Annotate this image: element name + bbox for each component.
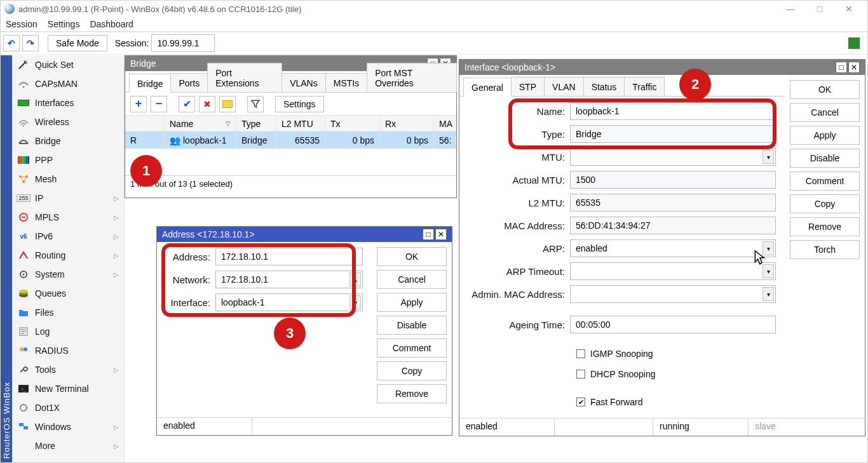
enable-button[interactable]: ✔: [179, 96, 195, 112]
tab-stp[interactable]: STP: [511, 77, 545, 96]
sidebar-item-queues[interactable]: Queues: [12, 284, 124, 303]
window-close-button[interactable]: ✕: [834, 1, 864, 17]
remove-button[interactable]: −: [151, 96, 167, 112]
comment-button[interactable]: [219, 96, 236, 112]
network-input[interactable]: 172.18.10.1▲: [215, 271, 363, 288]
col-type[interactable]: Type: [236, 116, 276, 131]
arp-select[interactable]: enabled▾: [570, 239, 776, 257]
sidebar-item-interfaces[interactable]: Interfaces: [12, 93, 124, 112]
col-name[interactable]: Name▽: [165, 116, 236, 131]
address-label: Address:: [166, 252, 210, 262]
mtu-input[interactable]: ▾: [570, 148, 776, 166]
sidebar-item-ipv6[interactable]: v6IPv6▷: [12, 227, 124, 246]
interface-close-button[interactable]: ✕: [848, 62, 860, 73]
tab-port-mst-overrides[interactable]: Port MST Overrides: [367, 63, 457, 92]
sidebar-item-log[interactable]: Log: [12, 322, 124, 341]
col-mac[interactable]: MA: [434, 116, 456, 131]
sidebar-item-label: Dot1X: [35, 403, 60, 413]
name-input[interactable]: loopback-1: [570, 102, 776, 120]
add-button[interactable]: +: [130, 96, 147, 112]
copy-button[interactable]: Copy: [377, 361, 447, 380]
network-up-icon[interactable]: ▲: [349, 272, 361, 286]
interface-label: Interface:: [166, 297, 210, 308]
ok-button[interactable]: OK: [377, 247, 447, 266]
apply-button[interactable]: Apply: [377, 293, 447, 312]
sidebar-item-system[interactable]: System▷: [12, 265, 124, 284]
sidebar-item-radius[interactable]: RADIUS: [12, 341, 124, 360]
sidebar-item-mesh[interactable]: Mesh: [12, 170, 124, 189]
settings-button[interactable]: Settings: [275, 96, 324, 112]
admin-mac-input[interactable]: ▾: [570, 285, 776, 303]
files-icon: [17, 307, 30, 318]
dropdown-icon[interactable]: ▾: [349, 295, 361, 309]
sidebar-item-files[interactable]: Files: [12, 303, 124, 322]
tab-port-extensions[interactable]: Port Extensions: [207, 63, 282, 92]
tab-status[interactable]: Status: [583, 77, 625, 96]
dropdown-icon[interactable]: ▾: [763, 264, 774, 278]
ageing-input[interactable]: 00:05:00: [570, 316, 776, 333]
cancel-button[interactable]: Cancel: [377, 270, 447, 289]
sidebar-item-more[interactable]: More▷: [12, 436, 124, 455]
svg-point-14: [24, 347, 27, 351]
dropdown-icon[interactable]: ▾: [763, 150, 774, 164]
disable-button[interactable]: Disable: [377, 316, 447, 335]
fast-forward-checkbox[interactable]: ✔: [576, 398, 585, 406]
filter-button[interactable]: [247, 96, 264, 112]
sidebar-item-quick-set[interactable]: Quick Set: [12, 55, 124, 74]
tab-ports[interactable]: Ports: [170, 73, 208, 92]
interface-maximize-button[interactable]: □: [836, 62, 847, 73]
address-input[interactable]: 172.18.10.1: [215, 248, 363, 265]
sidebar-item-capsman[interactable]: CAPsMAN: [12, 74, 124, 93]
table-row[interactable]: R 👥loopback-1 Bridge 65535 0 bps 0 bps 5…: [125, 132, 456, 149]
remove-button[interactable]: Remove: [790, 217, 860, 236]
address-close-button[interactable]: ✕: [435, 229, 447, 240]
undo-button[interactable]: ↶: [3, 35, 20, 51]
menu-dashboard[interactable]: Dashboard: [90, 19, 133, 29]
sidebar-item-windows[interactable]: Windows▷: [12, 417, 124, 436]
apply-button[interactable]: Apply: [790, 126, 860, 145]
address-window-title-bar[interactable]: Address <172.18.10.1> □✕: [157, 227, 452, 242]
tab-vlan[interactable]: VLAN: [544, 77, 584, 96]
safe-mode-button[interactable]: Safe Mode: [48, 35, 107, 51]
col-l2mtu[interactable]: L2 MTU: [276, 116, 325, 131]
sidebar-item-dot1x[interactable]: Dot1X: [12, 398, 124, 417]
ok-button[interactable]: OK: [790, 80, 860, 99]
sidebar-item-tools[interactable]: Tools▷: [12, 360, 124, 379]
interface-select[interactable]: loopback-1▾: [215, 293, 363, 311]
comment-button[interactable]: Comment: [377, 339, 447, 358]
dhcp-checkbox[interactable]: [576, 370, 585, 379]
col-flag[interactable]: [125, 116, 165, 131]
arp-timeout-input[interactable]: ▾: [570, 262, 776, 280]
sidebar-item-routing[interactable]: Routing▷: [12, 246, 124, 265]
remove-button[interactable]: Remove: [377, 384, 447, 403]
disable-button[interactable]: Disable: [790, 149, 860, 168]
torch-button[interactable]: Torch: [790, 240, 860, 259]
tab-bridge[interactable]: Bridge: [129, 74, 171, 93]
sidebar-item-ip[interactable]: 255IP▷: [12, 189, 124, 208]
igmp-checkbox[interactable]: [576, 349, 585, 358]
window-minimize-button[interactable]: —: [776, 1, 805, 17]
cancel-button[interactable]: Cancel: [790, 103, 860, 122]
menu-settings[interactable]: Settings: [48, 19, 80, 29]
sidebar-item-new-terminal[interactable]: >_New Terminal: [12, 379, 124, 398]
tab-mstis[interactable]: MSTIs: [325, 73, 367, 92]
dropdown-icon[interactable]: ▾: [763, 287, 774, 301]
col-rx[interactable]: Rx: [380, 116, 434, 131]
tab-vlans[interactable]: VLANs: [281, 73, 326, 92]
sidebar-item-bridge[interactable]: Bridge: [12, 131, 124, 151]
interface-window-title-bar[interactable]: Interface <loopback-1> □✕: [459, 60, 865, 75]
sidebar-item-wireless[interactable]: Wireless: [12, 112, 124, 131]
menu-session[interactable]: Session: [6, 19, 37, 29]
disable-button[interactable]: ✖: [199, 96, 215, 112]
window-maximize-button[interactable]: □: [805, 1, 834, 17]
copy-button[interactable]: Copy: [790, 194, 860, 213]
comment-button[interactable]: Comment: [790, 171, 860, 191]
col-tx[interactable]: Tx: [325, 116, 380, 131]
status-slave: slave: [749, 419, 844, 436]
sidebar-item-mpls[interactable]: MPLS▷: [12, 208, 124, 227]
tab-traffic[interactable]: Traffic: [624, 77, 665, 96]
address-maximize-button[interactable]: □: [423, 229, 434, 240]
tab-general[interactable]: General: [463, 77, 512, 97]
redo-button[interactable]: ↷: [22, 35, 39, 51]
sidebar-item-ppp[interactable]: PPP: [12, 151, 124, 170]
